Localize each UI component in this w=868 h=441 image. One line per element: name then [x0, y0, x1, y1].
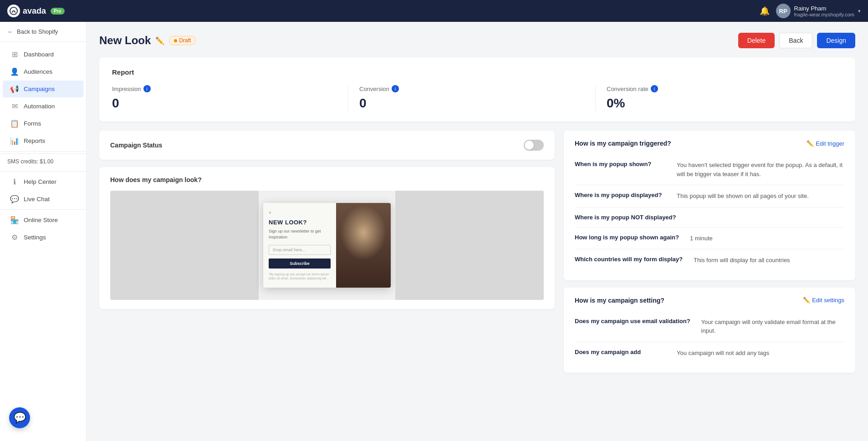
trigger-answer: This form will display for all countries	[694, 256, 790, 265]
sidebar-item-settings[interactable]: ⚙ Settings	[3, 229, 83, 246]
delete-button[interactable]: Delete	[738, 33, 775, 48]
popup-footer: *By signing up you accept our lorem ipsu…	[269, 272, 331, 280]
logo-text: avada	[23, 6, 46, 16]
dashboard-icon: ⊞	[10, 50, 19, 59]
sidebar-item-online-store[interactable]: 🏪 Online Store	[3, 212, 83, 228]
trigger-question: How long is my popup shown again?	[575, 234, 679, 243]
reports-icon: 📊	[10, 137, 19, 145]
user-menu[interactable]: RP Rainy Pham fragile-wear.myshopify.com…	[776, 4, 861, 18]
preview-side-left	[110, 191, 259, 300]
logo: avada	[7, 5, 46, 17]
back-label: Back to Shopify	[17, 28, 58, 35]
setting-card-header: How is my campaign setting? ✏️ Edit sett…	[575, 297, 844, 304]
back-button[interactable]: Back	[779, 33, 812, 48]
campaign-status-label: Campaign Status	[110, 142, 162, 149]
sidebar-item-label: Live Chat	[24, 196, 50, 203]
metric-conversion: Conversion i 0	[348, 85, 595, 111]
metric-value: 0	[112, 96, 337, 111]
metric-label-text: Conversion rate	[607, 86, 648, 92]
trigger-answer: You haven't selected trigger event for t…	[677, 161, 844, 178]
live-chat-icon: 💬	[10, 195, 19, 203]
campaigns-icon: 📢	[10, 85, 19, 93]
sidebar-item-live-chat[interactable]: 💬 Live Chat	[3, 191, 83, 208]
sidebar-item-reports[interactable]: 📊 Reports	[3, 132, 83, 149]
edit-settings-link[interactable]: ✏️ Edit settings	[803, 297, 844, 304]
popup-preview: × NEW LOOK? Sign up our newsletter to ge…	[263, 203, 391, 287]
campaign-status-toggle[interactable]	[524, 140, 544, 151]
pro-badge: Pro	[51, 8, 65, 15]
sidebar-item-label: Online Store	[24, 217, 58, 223]
popup-close-icon: ×	[269, 210, 331, 215]
impression-info-icon[interactable]: i	[143, 85, 151, 92]
bell-icon[interactable]: 🔔	[760, 6, 770, 16]
user-name: Rainy Pham	[794, 5, 854, 12]
forms-icon: 📋	[10, 119, 19, 128]
right-column: How is my campaign triggered? ✏️ Edit tr…	[564, 131, 855, 373]
edit-title-icon[interactable]: ✏️	[155, 36, 164, 45]
trigger-answer: 1 minute	[690, 234, 713, 243]
conversion-info-icon[interactable]: i	[392, 85, 399, 92]
automation-icon: ✉	[10, 102, 19, 111]
trigger-question: Which countries will my form display?	[575, 256, 683, 265]
sidebar-item-label: Audiences	[24, 68, 52, 75]
sidebar-item-label: Dashboard	[24, 51, 54, 58]
arrow-left-icon: ←	[7, 28, 13, 35]
trigger-row-2: Where is my popup NOT displayed?	[575, 208, 844, 228]
metric-label: Conversion i	[359, 85, 584, 92]
report-title: Report	[112, 68, 842, 76]
sidebar-item-forms[interactable]: 📋 Forms	[3, 115, 83, 132]
sidebar-item-label: Automation	[24, 103, 55, 110]
trigger-row-3: How long is my popup shown again? 1 minu…	[575, 228, 844, 250]
chat-bubble[interactable]: 💬	[9, 407, 30, 428]
sidebar-item-label: Help Center	[24, 178, 56, 185]
sidebar-item-audiences[interactable]: 👤 Audiences	[3, 63, 83, 80]
popup-subscribe-button: Subscribe	[269, 259, 331, 269]
header-actions: Delete Back Design	[738, 33, 855, 48]
campaign-setting-card: How is my campaign setting? ✏️ Edit sett…	[564, 288, 855, 373]
draft-badge: Draft	[169, 36, 196, 45]
help-icon: ℹ	[10, 177, 19, 186]
back-to-shopify[interactable]: ← Back to Shopify	[0, 22, 86, 42]
campaign-look-title: How does my campaign look?	[110, 176, 544, 183]
trigger-card-header: How is my campaign triggered? ✏️ Edit tr…	[575, 140, 844, 147]
two-col-layout: Campaign Status How does my campaign loo…	[99, 131, 855, 373]
metric-impression: Impression i 0	[112, 85, 348, 111]
metric-label: Impression i	[112, 85, 337, 92]
sidebar-item-label: Forms	[24, 120, 41, 127]
edit-trigger-link[interactable]: ✏️ Edit trigger	[807, 140, 844, 147]
setting-row-1: Does my campaign add You campaign will n…	[575, 342, 844, 364]
user-details: Rainy Pham fragile-wear.myshopify.com	[794, 5, 854, 17]
setting-answer: You campaign will not add any tags	[677, 349, 769, 358]
design-button[interactable]: Design	[817, 33, 855, 48]
sidebar-item-help-center[interactable]: ℹ Help Center	[3, 173, 83, 190]
campaign-preview: × NEW LOOK? Sign up our newsletter to ge…	[110, 191, 544, 300]
sidebar-item-label: Campaigns	[24, 86, 55, 92]
trigger-question: Where is my popup NOT displayed?	[575, 214, 676, 221]
draft-dot	[174, 39, 177, 42]
trigger-row-4: Which countries will my form display? Th…	[575, 249, 844, 271]
metric-conversion-rate: Conversion rate i 0%	[595, 85, 842, 111]
sidebar-item-dashboard[interactable]: ⊞ Dashboard	[3, 46, 83, 63]
conversion-rate-info-icon[interactable]: i	[651, 85, 658, 92]
metric-label: Conversion rate i	[607, 85, 832, 92]
layout: ← Back to Shopify ⊞ Dashboard 👤 Audience…	[0, 22, 868, 441]
page-title: New Look	[99, 34, 151, 47]
campaign-trigger-card: How is my campaign triggered? ✏️ Edit tr…	[564, 131, 855, 280]
online-store-icon: 🏪	[10, 216, 19, 224]
preview-side-right	[395, 191, 544, 300]
report-metrics: Impression i 0 Conversion i 0 Conversion…	[112, 85, 842, 111]
main-content: New Look ✏️ Draft Delete Back Design Rep…	[87, 22, 868, 441]
nav-section: ⊞ Dashboard 👤 Audiences 📢 Campaigns ✉ Au…	[0, 42, 86, 441]
metric-value: 0%	[607, 96, 832, 111]
sidebar-item-automation[interactable]: ✉ Automation	[3, 98, 83, 115]
toggle-knob	[525, 141, 534, 150]
edit-settings-icon: ✏️	[803, 297, 810, 304]
popup-person-image	[336, 203, 391, 287]
trigger-row-1: Where is my popup displayed? This popup …	[575, 185, 844, 208]
sidebar-item-campaigns[interactable]: 📢 Campaigns	[3, 81, 83, 97]
edit-trigger-label: Edit trigger	[816, 140, 844, 147]
topbar-left: avada Pro	[7, 5, 65, 17]
campaign-look-card: How does my campaign look? × NEW LOOK? S…	[99, 167, 555, 309]
sidebar: ← Back to Shopify ⊞ Dashboard 👤 Audience…	[0, 22, 87, 441]
logo-icon	[7, 5, 20, 17]
